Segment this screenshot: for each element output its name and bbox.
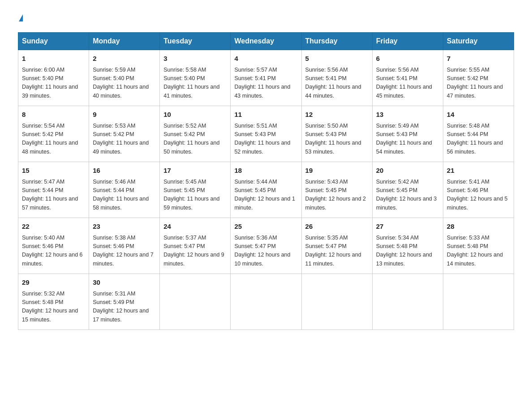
day-info: Sunrise: 5:56 AMSunset: 5:41 PMDaylight:… (305, 66, 369, 101)
col-header-wednesday: Wednesday (231, 33, 301, 50)
day-number: 3 (163, 54, 227, 64)
day-info: Sunrise: 5:55 AMSunset: 5:42 PMDaylight:… (447, 66, 510, 101)
day-number: 21 (447, 166, 510, 176)
calendar-header-row: SundayMondayTuesdayWednesdayThursdayFrid… (18, 33, 514, 50)
week-row-2: 8 Sunrise: 5:54 AMSunset: 5:42 PMDayligh… (18, 106, 514, 162)
day-info: Sunrise: 5:32 AMSunset: 5:48 PMDaylight:… (22, 290, 85, 325)
page-header (18, 13, 514, 23)
calendar-cell: 11 Sunrise: 5:51 AMSunset: 5:43 PMDaylig… (231, 106, 301, 162)
day-info: Sunrise: 5:53 AMSunset: 5:42 PMDaylight:… (93, 122, 156, 157)
col-header-thursday: Thursday (301, 33, 372, 50)
calendar-cell: 20 Sunrise: 5:42 AMSunset: 5:45 PMDaylig… (372, 162, 443, 218)
calendar-cell: 12 Sunrise: 5:50 AMSunset: 5:43 PMDaylig… (301, 106, 372, 162)
calendar-table: SundayMondayTuesdayWednesdayThursdayFrid… (18, 32, 514, 330)
day-info: Sunrise: 5:46 AMSunset: 5:44 PMDaylight:… (93, 178, 156, 213)
day-number: 8 (22, 110, 85, 120)
day-number: 9 (93, 110, 156, 120)
day-info: Sunrise: 5:50 AMSunset: 5:43 PMDaylight:… (305, 122, 369, 157)
col-header-tuesday: Tuesday (160, 33, 231, 50)
calendar-cell: 30 Sunrise: 5:31 AMSunset: 5:49 PMDaylig… (89, 274, 160, 330)
calendar-cell: 6 Sunrise: 5:56 AMSunset: 5:41 PMDayligh… (372, 50, 443, 106)
day-info: Sunrise: 5:33 AMSunset: 5:48 PMDaylight:… (447, 234, 510, 269)
day-info: Sunrise: 5:31 AMSunset: 5:49 PMDaylight:… (93, 290, 156, 325)
day-info: Sunrise: 5:42 AMSunset: 5:45 PMDaylight:… (376, 178, 439, 213)
calendar-cell (231, 274, 301, 330)
day-info: Sunrise: 5:58 AMSunset: 5:40 PMDaylight:… (163, 66, 227, 101)
logo (18, 13, 23, 23)
week-row-4: 22 Sunrise: 5:40 AMSunset: 5:46 PMDaylig… (18, 218, 514, 274)
day-number: 22 (22, 222, 85, 232)
calendar-cell: 5 Sunrise: 5:56 AMSunset: 5:41 PMDayligh… (301, 50, 372, 106)
day-number: 28 (447, 222, 510, 232)
calendar-cell: 27 Sunrise: 5:34 AMSunset: 5:48 PMDaylig… (372, 218, 443, 274)
day-info: Sunrise: 5:48 AMSunset: 5:44 PMDaylight:… (447, 122, 510, 157)
day-info: Sunrise: 5:40 AMSunset: 5:46 PMDaylight:… (22, 234, 85, 269)
day-number: 20 (376, 166, 439, 176)
calendar-cell: 10 Sunrise: 5:52 AMSunset: 5:42 PMDaylig… (160, 106, 231, 162)
col-header-monday: Monday (89, 33, 160, 50)
day-info: Sunrise: 5:51 AMSunset: 5:43 PMDaylight:… (234, 122, 297, 157)
calendar-cell: 15 Sunrise: 5:47 AMSunset: 5:44 PMDaylig… (18, 162, 89, 218)
calendar-cell: 1 Sunrise: 6:00 AMSunset: 5:40 PMDayligh… (18, 50, 89, 106)
day-info: Sunrise: 5:44 AMSunset: 5:45 PMDaylight:… (234, 178, 297, 213)
day-number: 12 (305, 110, 369, 120)
calendar-cell (372, 274, 443, 330)
day-number: 14 (447, 110, 510, 120)
week-row-3: 15 Sunrise: 5:47 AMSunset: 5:44 PMDaylig… (18, 162, 514, 218)
day-number: 19 (305, 166, 369, 176)
day-info: Sunrise: 5:41 AMSunset: 5:46 PMDaylight:… (447, 178, 510, 213)
day-info: Sunrise: 5:36 AMSunset: 5:47 PMDaylight:… (234, 234, 297, 269)
calendar-cell: 14 Sunrise: 5:48 AMSunset: 5:44 PMDaylig… (443, 106, 514, 162)
calendar-cell: 24 Sunrise: 5:37 AMSunset: 5:47 PMDaylig… (160, 218, 231, 274)
day-info: Sunrise: 5:49 AMSunset: 5:43 PMDaylight:… (376, 122, 439, 157)
day-info: Sunrise: 5:43 AMSunset: 5:45 PMDaylight:… (305, 178, 369, 213)
day-number: 26 (305, 222, 369, 232)
day-info: Sunrise: 5:38 AMSunset: 5:46 PMDaylight:… (93, 234, 156, 269)
day-number: 13 (376, 110, 439, 120)
day-info: Sunrise: 5:56 AMSunset: 5:41 PMDaylight:… (376, 66, 439, 101)
calendar-cell (301, 274, 372, 330)
day-number: 1 (22, 54, 85, 64)
calendar-cell: 17 Sunrise: 5:45 AMSunset: 5:45 PMDaylig… (160, 162, 231, 218)
day-number: 18 (234, 166, 297, 176)
day-info: Sunrise: 5:45 AMSunset: 5:45 PMDaylight:… (163, 178, 227, 213)
day-number: 11 (234, 110, 297, 120)
calendar-cell: 3 Sunrise: 5:58 AMSunset: 5:40 PMDayligh… (160, 50, 231, 106)
day-number: 23 (93, 222, 156, 232)
calendar-cell: 4 Sunrise: 5:57 AMSunset: 5:41 PMDayligh… (231, 50, 301, 106)
calendar-cell (443, 274, 514, 330)
day-number: 29 (22, 278, 85, 288)
day-number: 4 (234, 54, 297, 64)
calendar-cell: 16 Sunrise: 5:46 AMSunset: 5:44 PMDaylig… (89, 162, 160, 218)
day-number: 10 (163, 110, 227, 120)
calendar-cell: 2 Sunrise: 5:59 AMSunset: 5:40 PMDayligh… (89, 50, 160, 106)
day-number: 27 (376, 222, 439, 232)
day-info: Sunrise: 6:00 AMSunset: 5:40 PMDaylight:… (22, 66, 85, 101)
day-info: Sunrise: 5:35 AMSunset: 5:47 PMDaylight:… (305, 234, 369, 269)
day-number: 30 (93, 278, 156, 288)
col-header-sunday: Sunday (18, 33, 89, 50)
calendar-cell: 7 Sunrise: 5:55 AMSunset: 5:42 PMDayligh… (443, 50, 514, 106)
day-info: Sunrise: 5:52 AMSunset: 5:42 PMDaylight:… (163, 122, 227, 157)
calendar-cell: 8 Sunrise: 5:54 AMSunset: 5:42 PMDayligh… (18, 106, 89, 162)
calendar-cell: 28 Sunrise: 5:33 AMSunset: 5:48 PMDaylig… (443, 218, 514, 274)
day-info: Sunrise: 5:59 AMSunset: 5:40 PMDaylight:… (93, 66, 156, 101)
day-info: Sunrise: 5:34 AMSunset: 5:48 PMDaylight:… (376, 234, 439, 269)
col-header-saturday: Saturday (443, 33, 514, 50)
day-number: 25 (234, 222, 297, 232)
calendar-cell (160, 274, 231, 330)
day-number: 16 (93, 166, 156, 176)
calendar-cell: 13 Sunrise: 5:49 AMSunset: 5:43 PMDaylig… (372, 106, 443, 162)
col-header-friday: Friday (372, 33, 443, 50)
calendar-cell: 21 Sunrise: 5:41 AMSunset: 5:46 PMDaylig… (443, 162, 514, 218)
day-number: 24 (163, 222, 227, 232)
week-row-1: 1 Sunrise: 6:00 AMSunset: 5:40 PMDayligh… (18, 50, 514, 106)
calendar-cell: 25 Sunrise: 5:36 AMSunset: 5:47 PMDaylig… (231, 218, 301, 274)
calendar-cell: 29 Sunrise: 5:32 AMSunset: 5:48 PMDaylig… (18, 274, 89, 330)
calendar-cell: 19 Sunrise: 5:43 AMSunset: 5:45 PMDaylig… (301, 162, 372, 218)
logo-arrow-icon (19, 14, 23, 21)
calendar-cell: 9 Sunrise: 5:53 AMSunset: 5:42 PMDayligh… (89, 106, 160, 162)
day-info: Sunrise: 5:54 AMSunset: 5:42 PMDaylight:… (22, 122, 85, 157)
day-info: Sunrise: 5:37 AMSunset: 5:47 PMDaylight:… (163, 234, 227, 269)
day-info: Sunrise: 5:57 AMSunset: 5:41 PMDaylight:… (234, 66, 297, 101)
